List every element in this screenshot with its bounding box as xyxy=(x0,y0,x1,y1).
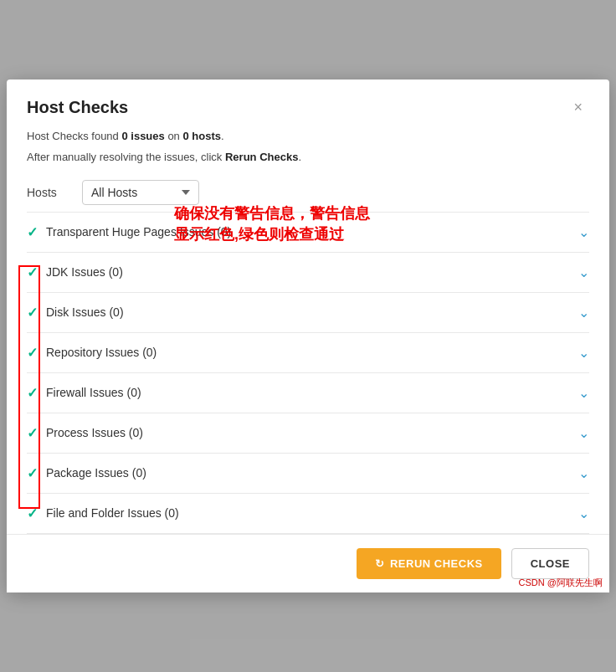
check-item-left: ✓ Transparent Huge Pages Issues (0) xyxy=(27,224,231,240)
close-button[interactable]: CLOSE xyxy=(511,548,589,579)
check-ok-icon: ✓ xyxy=(27,505,38,521)
modal-footer: ↻ RERUN CHECKS CLOSE xyxy=(7,534,609,592)
host-checks-modal: Host Checks × Host Checks found 0 issues… xyxy=(7,80,609,592)
check-item: ✓ Repository Issues (0) ⌄ xyxy=(27,333,589,373)
check-item: ✓ JDK Issues (0) ⌄ xyxy=(27,253,589,293)
check-item: ✓ Transparent Huge Pages Issues (0) ⌄ xyxy=(27,213,589,253)
summary-issues: 0 issues xyxy=(121,130,164,142)
check-ok-icon: ✓ xyxy=(27,305,38,321)
chevron-down-icon[interactable]: ⌄ xyxy=(578,264,589,280)
check-item-label: Process Issues (0) xyxy=(46,426,143,439)
hosts-label: Hosts xyxy=(27,186,69,199)
check-ok-icon: ✓ xyxy=(27,224,38,240)
check-item: ✓ Firewall Issues (0) ⌄ xyxy=(27,373,589,413)
modal-backdrop: Host Checks × Host Checks found 0 issues… xyxy=(0,0,616,672)
check-item-left: ✓ Disk Issues (0) xyxy=(27,305,124,321)
chevron-down-icon[interactable]: ⌄ xyxy=(578,305,589,321)
check-item-label: Transparent Huge Pages Issues (0) xyxy=(46,225,231,239)
chevron-down-icon[interactable]: ⌄ xyxy=(578,224,589,240)
rerun-label: RERUN CHECKS xyxy=(390,557,483,570)
check-item-left: ✓ JDK Issues (0) xyxy=(27,264,123,280)
check-item-label: Firewall Issues (0) xyxy=(46,386,141,399)
summary-suffix: . xyxy=(221,130,224,142)
check-item-left: ✓ Process Issues (0) xyxy=(27,425,143,441)
check-ok-icon: ✓ xyxy=(27,385,38,401)
check-item-label: File and Folder Issues (0) xyxy=(46,506,179,520)
refresh-icon: ↻ xyxy=(375,557,385,570)
summary-line2-prefix: After manually resolving the issues, cli… xyxy=(27,151,225,163)
check-item-left: ✓ Repository Issues (0) xyxy=(27,345,157,361)
summary-on: on xyxy=(165,130,183,142)
summary-prefix: Host Checks found xyxy=(27,130,121,142)
modal-title: Host Checks xyxy=(27,98,128,117)
hosts-filter-row: Hosts All Hosts 确保没有警告信息，警告信息显示红色,绿色则检查通… xyxy=(27,180,589,205)
check-item-left: ✓ Package Issues (0) xyxy=(27,465,146,481)
check-ok-icon: ✓ xyxy=(27,425,38,441)
check-ok-icon: ✓ xyxy=(27,345,38,361)
modal-header: Host Checks × xyxy=(7,80,609,118)
summary-rerun-link: Rerun Checks xyxy=(225,151,298,163)
check-ok-icon: ✓ xyxy=(27,465,38,481)
summary-hosts: 0 hosts xyxy=(182,130,221,142)
check-ok-icon: ✓ xyxy=(27,264,38,280)
summary-line1: Host Checks found 0 issues on 0 hosts. xyxy=(27,128,589,146)
check-item-label: Repository Issues (0) xyxy=(46,346,157,359)
modal-close-button[interactable]: × xyxy=(567,96,589,118)
modal-body: Host Checks found 0 issues on 0 hosts. A… xyxy=(7,118,609,534)
chevron-down-icon[interactable]: ⌄ xyxy=(578,385,589,401)
chevron-down-icon[interactable]: ⌄ xyxy=(578,465,589,481)
check-item: ✓ Disk Issues (0) ⌄ xyxy=(27,293,589,333)
check-item: ✓ Process Issues (0) ⌄ xyxy=(27,413,589,454)
check-item: ✓ Package Issues (0) ⌄ xyxy=(27,454,589,494)
chevron-down-icon[interactable]: ⌄ xyxy=(578,505,589,521)
summary-line2: After manually resolving the issues, cli… xyxy=(27,149,589,167)
chevron-down-icon[interactable]: ⌄ xyxy=(578,345,589,361)
hosts-select[interactable]: All Hosts xyxy=(82,180,199,205)
check-item-left: ✓ File and Folder Issues (0) xyxy=(27,505,179,521)
chevron-down-icon[interactable]: ⌄ xyxy=(578,425,589,441)
summary-line2-suffix: . xyxy=(298,151,301,163)
check-item: ✓ File and Folder Issues (0) ⌄ xyxy=(27,494,589,534)
check-item-label: Package Issues (0) xyxy=(46,466,146,480)
check-item-label: Disk Issues (0) xyxy=(46,305,124,319)
checklist: ✓ Transparent Huge Pages Issues (0) ⌄ ✓ … xyxy=(27,212,589,534)
rerun-checks-button[interactable]: ↻ RERUN CHECKS xyxy=(357,548,501,579)
check-item-left: ✓ Firewall Issues (0) xyxy=(27,385,141,401)
check-item-label: JDK Issues (0) xyxy=(46,265,123,279)
